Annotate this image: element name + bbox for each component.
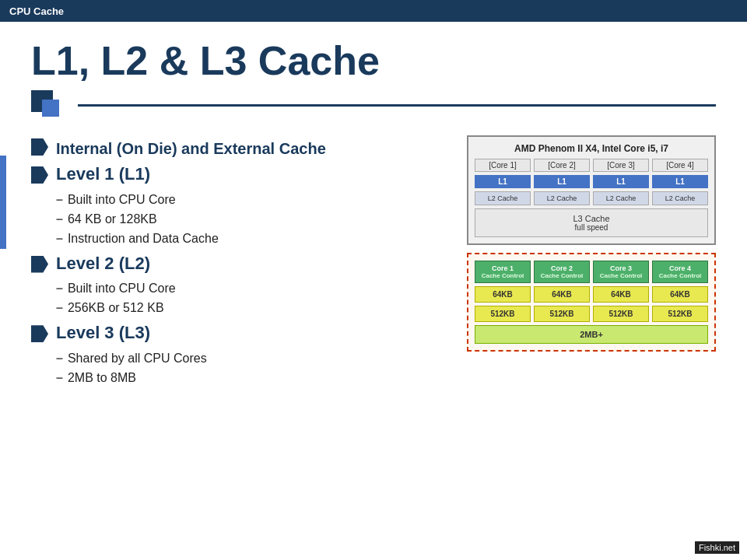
amd-cores-row: [Core 1] [Core 2] [Core 3] [Core 4] (475, 159, 708, 172)
core-diagram: Core 1 Cache Control Core 2 Cache Contro… (467, 253, 716, 352)
amd-l1-row: L1 L1 L1 L1 (475, 175, 708, 188)
slide-main: L1, L2 & L3 Cache Internal (On Die) and … (0, 22, 747, 400)
core-label-3: Core 3 (595, 264, 647, 272)
amd-l1-1: L1 (475, 175, 531, 188)
deco-line (78, 104, 716, 107)
core-diagram-cores-row: Core 1 Cache Control Core 2 Cache Contro… (475, 261, 708, 283)
slide-title: L1, L2 & L3 Cache (31, 37, 716, 84)
deco-squares (31, 90, 70, 120)
amd-l3-box: L3 Cache full speed (475, 208, 708, 237)
sub-bullets-4: – Shared by all CPU Cores – 2MB to 8MB (56, 349, 451, 387)
bullet-text-3: Level 2 (L2) (56, 253, 150, 275)
cache-64-3: 64KB (593, 286, 649, 303)
amd-core-2: [Core 2] (534, 159, 590, 172)
amd-l2-3: L2 Cache (593, 191, 649, 205)
core-label-1: Core 1 (477, 264, 528, 272)
bullet-item-4: Level 3 (L3) (31, 322, 451, 345)
sub-bullet-2-3: – Instruction and Data Cache (56, 229, 451, 248)
core-ctrl-4: Cache Control (654, 272, 706, 279)
core-ctrl-1: Cache Control (477, 272, 528, 279)
l3-shared-box: 2MB+ (475, 325, 708, 344)
bullet-icon-2 (31, 166, 48, 184)
bullet-text-2: Level 1 (L1) (56, 163, 150, 186)
core-ctrl-3: Cache Control (595, 272, 647, 279)
right-column: AMD Phenom II X4, Intel Core i5, i7 [Cor… (467, 135, 716, 392)
cache-512-2: 512KB (534, 306, 590, 322)
amd-l1-2: L1 (534, 175, 590, 188)
cache-512-3: 512KB (593, 306, 649, 322)
sub-bullet-4-1: – Shared by all CPU Cores (56, 349, 451, 368)
bullet-item-2: Level 1 (L1) (31, 163, 451, 186)
bullet-item-1: Internal (On Die) and External Cache (31, 135, 451, 159)
amd-core-4: [Core 4] (652, 159, 708, 172)
cache-64-4: 64KB (652, 286, 708, 303)
sub-bullet-2-1: – Built into CPU Core (56, 191, 451, 209)
sub-bullet-3-1: – Built into CPU Core (56, 279, 451, 298)
sub-bullet-2-2: – 64 KB or 128KB (56, 210, 451, 229)
cache-512kb-row: 512KB 512KB 512KB 512KB (475, 306, 708, 322)
bullet-icon-3 (31, 256, 48, 273)
bullet-text-1: Internal (On Die) and External Cache (56, 138, 326, 159)
amd-l2-row: L2 Cache L2 Cache L2 Cache L2 Cache (475, 191, 708, 205)
left-column: Internal (On Die) and External Cache Lev… (31, 135, 451, 392)
deco-sq2 (42, 100, 59, 117)
top-bar: CPU Cache (0, 0, 747, 22)
core-box-1: Core 1 Cache Control (475, 261, 531, 283)
sub-bullet-4-2: – 2MB to 8MB (56, 369, 451, 387)
content-area: Internal (On Die) and External Cache Lev… (31, 135, 716, 392)
amd-l1-4: L1 (652, 175, 708, 188)
amd-diagram-title: AMD Phenom II X4, Intel Core i5, i7 (475, 143, 708, 154)
deco-separator (31, 90, 716, 120)
bullet-icon-1 (31, 138, 48, 156)
core-label-2: Core 2 (536, 264, 587, 272)
amd-core-1: [Core 1] (475, 159, 531, 172)
bullet-icon-4 (31, 325, 48, 342)
amd-l2-1: L2 Cache (475, 191, 531, 205)
bullet-text-4: Level 3 (L3) (56, 322, 150, 345)
core-box-2: Core 2 Cache Control (534, 261, 590, 283)
watermark: Fishki.net (695, 541, 739, 554)
core-box-3: Core 3 Cache Control (593, 261, 649, 283)
cache-64kb-row: 64KB 64KB 64KB 64KB (475, 286, 708, 303)
top-bar-title: CPU Cache (9, 5, 64, 17)
amd-l3-sublabel: full speed (480, 223, 703, 232)
cache-512-4: 512KB (652, 306, 708, 322)
amd-l2-4: L2 Cache (652, 191, 708, 205)
amd-l1-3: L1 (593, 175, 649, 188)
cache-64-2: 64KB (534, 286, 590, 303)
cache-512-1: 512KB (475, 306, 531, 322)
core-label-4: Core 4 (654, 264, 706, 272)
bullet-item-3: Level 2 (L2) (31, 253, 451, 275)
sub-bullets-2: – Built into CPU Core – 64 KB or 128KB –… (56, 191, 451, 248)
amd-diagram: AMD Phenom II X4, Intel Core i5, i7 [Cor… (467, 135, 716, 245)
amd-l3-label: L3 Cache (480, 214, 703, 223)
core-ctrl-2: Cache Control (536, 272, 587, 279)
sub-bullets-3: – Built into CPU Core – 256KB or 512 KB (56, 279, 451, 317)
amd-core-3: [Core 3] (593, 159, 649, 172)
cache-64-1: 64KB (475, 286, 531, 303)
core-box-4: Core 4 Cache Control (652, 261, 708, 283)
amd-l2-2: L2 Cache (534, 191, 590, 205)
sub-bullet-3-2: – 256KB or 512 KB (56, 299, 451, 317)
